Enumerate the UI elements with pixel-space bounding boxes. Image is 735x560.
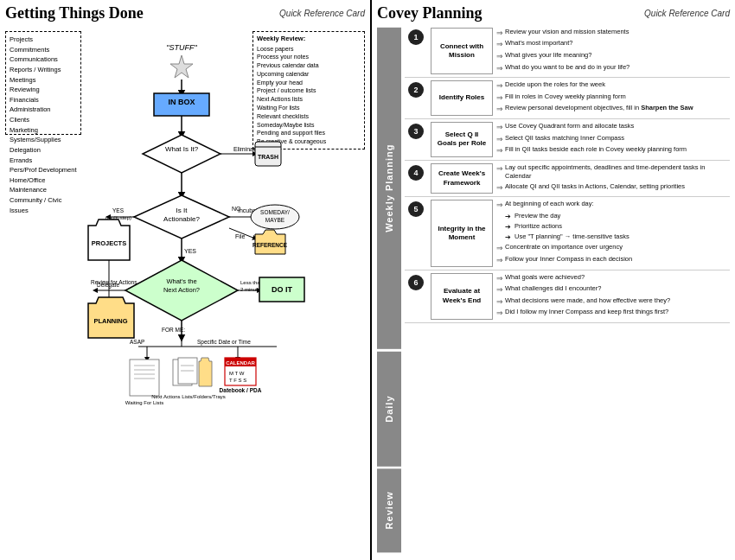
detail-arrow-icon: ⇒	[496, 51, 503, 62]
step-detail-item: ⇒At beginning of each work day:	[496, 200, 730, 211]
svg-marker-67	[199, 358, 212, 386]
inbox-item: Delegation	[10, 145, 77, 156]
inbox-item: Commitments	[10, 45, 77, 55]
detail-arrow-icon: ⇒	[496, 284, 503, 296]
detail-arrow-icon: ⇒	[496, 122, 503, 133]
step-detail-item: ⇒What decisions were made, and how effec…	[496, 296, 730, 308]
svg-text:Next Action?: Next Action?	[163, 286, 200, 294]
svg-text:Datebook / PDA: Datebook / PDA	[220, 387, 262, 393]
step-details: ⇒Decide upon the roles for the week⇒Fill…	[496, 80, 730, 116]
step-detail-text: Select QII tasks matching Inner Compass	[505, 134, 624, 143]
step-detail-item: ⇒What gives your life meaning?	[496, 51, 730, 62]
weekly-label: Weekly Planning	[377, 28, 401, 349]
step-detail-text: What gives your life meaning?	[505, 51, 591, 60]
step-detail-item: ⇒What challenges did I encounter?	[496, 284, 730, 296]
daily-label: Daily	[377, 352, 401, 467]
step-detail-item: ⇒Review personal development objectives,…	[496, 104, 730, 115]
covey-body: Weekly Planning Daily Review 1Connect wi…	[377, 28, 730, 553]
svg-text:FOR ME:: FOR ME:	[162, 327, 185, 333]
step-number: 6	[408, 275, 424, 290]
detail-arrow-icon: ⇒	[496, 243, 503, 254]
right-panel: Covey Planning Quick Reference Card Week…	[372, 0, 735, 560]
step-number: 1	[408, 29, 424, 45]
svg-text:Next Actions Lists/Folders/Tra: Next Actions Lists/Folders/Trays	[151, 394, 225, 399]
svg-text:M  T  W: M T W	[229, 371, 245, 376]
detail-arrow-icon: ⇒	[496, 308, 503, 319]
detail-arrow-icon: ⇒	[496, 134, 503, 145]
detail-arrow-icon: ⇒	[496, 163, 503, 175]
svg-text:"STUFF": "STUFF"	[166, 43, 197, 52]
step-detail-item: ⇒Review your vision and mission statemen…	[496, 28, 730, 39]
flowchart-svg: "STUFF" IN BOX What Is It? Eliminate	[86, 31, 337, 545]
step-detail-item: ⇒Concentrate on importance over urgency	[496, 243, 730, 254]
step-detail-text: What do you want to be and do in your li…	[505, 63, 630, 73]
detail-arrow-icon: ⇒	[496, 182, 503, 194]
inbox-list: ProjectsCommitmentsCommunicationsReports…	[5, 31, 81, 135]
left-header: Getting Things Done Quick Reference Card	[5, 5, 365, 22]
covey-steps: 1Connect with Mission⇒Review your vision…	[405, 28, 730, 553]
step-number: 3	[408, 124, 424, 139]
detail-arrow-icon: ⇒	[496, 145, 503, 156]
svg-text:File: File	[235, 233, 245, 239]
step-detail-item: ⇒Decide upon the roles for the week	[496, 80, 730, 92]
step-title: Create Week's Framework	[431, 163, 493, 194]
svg-text:ASAP: ASAP	[130, 339, 144, 345]
svg-text:What Is It?: What Is It?	[165, 145, 199, 153]
inbox-item: Errands	[10, 156, 77, 166]
step-detail-text: What challenges did I encounter?	[505, 284, 601, 294]
step-detail-item: ⇒Lay out specific appointments, deadline…	[496, 163, 730, 181]
svg-marker-1	[170, 55, 193, 78]
step-detail-text: Lay out specific appointments, deadlines…	[505, 163, 730, 181]
inbox-item: Communications	[10, 54, 77, 65]
step-number-box: 6	[405, 273, 427, 320]
flowchart: "STUFF" IN BOX What Is It? Eliminate	[86, 31, 337, 545]
section-labels: Weekly Planning Daily Review	[377, 28, 401, 553]
step-detail-item: ⇒Allocate QI and QII tasks in Actions, C…	[496, 182, 730, 194]
svg-text:PROJECTS: PROJECTS	[92, 239, 126, 247]
detail-arrow-icon: ⇒	[496, 28, 503, 39]
step-number: 5	[408, 201, 424, 217]
step-detail-text: What's most important?	[505, 39, 573, 48]
step-number-box: 1	[405, 28, 427, 74]
step-detail-sub: ➔Preview the day	[505, 212, 730, 221]
step-number-box: 5	[405, 200, 427, 266]
svg-text:PLANNING: PLANNING	[93, 317, 127, 325]
covey-step: 6Evaluate at Week's End⇒What goals were …	[405, 273, 730, 323]
step-details: ⇒Review your vision and mission statemen…	[496, 28, 730, 74]
step-number-box: 2	[405, 80, 427, 116]
step-detail-item: ⇒Use Covey Quadrant form and allocate ta…	[496, 122, 730, 133]
detail-arrow-icon: ⇒	[496, 200, 503, 211]
detail-arrow-icon: ⇒	[496, 255, 503, 266]
step-detail-item: ⇒Fill in roles in Covey weekly planning …	[496, 92, 730, 104]
step-details: ⇒What goals were achieved?⇒What challeng…	[496, 273, 730, 320]
step-number-box: 4	[405, 163, 427, 194]
step-detail-text: Review your vision and mission statement…	[505, 28, 629, 37]
covey-step: 5Integrity in the Moment⇒At beginning of…	[405, 200, 730, 270]
step-detail-item: ⇒Fill in QII tasks beside each role in C…	[496, 145, 730, 156]
step-details: ⇒At beginning of each work day:➔Preview …	[496, 200, 730, 266]
detail-arrow-icon: ⇒	[496, 80, 503, 92]
sub-arrow-icon: ➔	[505, 232, 511, 242]
sub-arrow-icon: ➔	[505, 222, 511, 232]
step-detail-item: ⇒What's most important?	[496, 39, 730, 50]
svg-text:TRASH: TRASH	[258, 154, 278, 160]
step-detail-text: Follow your Inner Compass in each decisi…	[505, 255, 632, 264]
svg-text:What's the: What's the	[166, 277, 196, 285]
inbox-items: ProjectsCommitmentsCommunicationsReports…	[10, 35, 77, 215]
step-detail-item: ⇒Follow your Inner Compass in each decis…	[496, 255, 730, 266]
svg-text:Is It: Is It	[176, 207, 189, 214]
detail-arrow-icon: ⇒	[496, 296, 503, 308]
detail-arrow-icon: ⇒	[496, 104, 503, 115]
step-number-box: 3	[405, 122, 427, 157]
step-detail-text: Concentrate on importance over urgency	[505, 243, 623, 252]
step-detail-text: At beginning of each work day:	[505, 200, 594, 209]
svg-marker-6	[143, 135, 220, 173]
inbox-item: Marketing	[10, 125, 77, 136]
svg-text:DO IT: DO IT	[272, 285, 293, 294]
inbox-item: Reports / Writings	[10, 65, 77, 75]
step-detail-item: ⇒What do you want to be and do in your l…	[496, 63, 730, 74]
svg-text:SOMEDAY/: SOMEDAY/	[260, 209, 290, 215]
step-detail-text: Allocate QI and QII tasks in Actions, Ca…	[505, 182, 685, 192]
detail-arrow-icon: ⇒	[496, 63, 503, 74]
svg-text:YES: YES	[184, 248, 196, 254]
